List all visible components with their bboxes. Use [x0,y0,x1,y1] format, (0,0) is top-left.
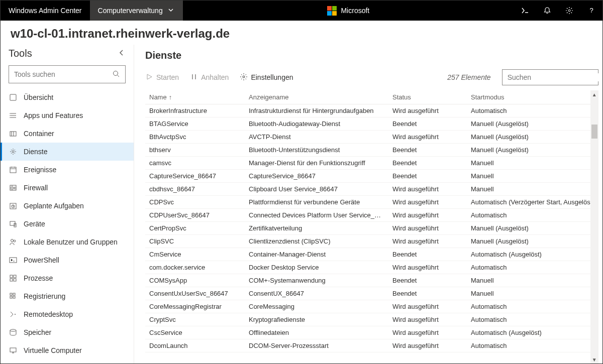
svg-rect-21 [14,279,16,281]
context-dropdown[interactable]: Computerverwaltung [90,1,183,21]
sidebar-item-storage[interactable]: Speicher [1,323,134,341]
table-row[interactable]: CDPSvcPlattformdienst für verbundene Ger… [145,196,598,209]
table-row[interactable]: bthservBluetooth-UnterstützungsdienstBee… [145,144,598,157]
sidebar-item-services[interactable]: Dienste [1,143,134,161]
help-icon[interactable]: ? [580,1,602,21]
scroll-down-icon[interactable]: ▼ [590,355,598,363]
sidebar-item-events[interactable]: Ereignisse [1,161,134,179]
svg-rect-23 [13,293,15,295]
cell-mode: Automatisch [467,211,598,219]
sidebar-item-label: Apps und Features [24,111,83,119]
sidebar-item-vms[interactable]: Virtuelle Computer [1,341,134,359]
pause-button[interactable]: Anhalten [190,73,229,82]
cell-display: Clientlizenzdienst (ClipSVC) [245,237,388,245]
cell-display: CaptureService_86647 [245,172,388,180]
sidebar-item-label: Remotedesktop [24,310,73,318]
table-row[interactable]: CDPUserSvc_86647Connected Devices Platfo… [145,209,598,222]
table-row[interactable]: ConsentUxUserSvc_86647ConsentUX_86647Bee… [145,287,598,300]
cell-status: Wird ausgeführt [388,224,467,232]
terminal-icon[interactable] [514,1,536,21]
sidebar-item-firewall[interactable]: Firewall [1,179,134,197]
table-row[interactable]: BrokerInfrastructureInfrastrukturdienst … [145,104,598,117]
notifications-icon[interactable] [536,1,558,21]
sidebar-item-label: Container [24,130,54,138]
powershell-icon [9,256,18,265]
sidebar-item-users[interactable]: Lokale Benutzer und Gruppen [1,233,134,251]
sidebar-item-tasks[interactable]: Geplante Aufgaben [1,197,134,215]
cell-display: COM+-Systemanwendung [245,277,388,284]
col-mode[interactable]: Startmodus [467,93,598,101]
cell-name: CDPUserSvc_86647 [145,211,245,219]
cell-display: Plattformdienst für verbundene Geräte [245,198,388,206]
cell-display: Connected Devices Platform User Service_… [245,211,388,219]
brand-text: Microsoft [341,7,369,15]
table-row[interactable]: COMSysAppCOM+-SystemanwendungBeendetManu… [145,274,598,287]
scroll-up-icon[interactable]: ▲ [590,90,598,98]
processes-icon [9,274,18,283]
table-row[interactable]: CertPropSvcZertifikatverteilungWird ausg… [145,222,598,235]
cell-mode: Manuell (Ausgelöst) [467,146,598,154]
table-row[interactable]: com.docker.serviceDocker Desktop Service… [145,261,598,274]
table-row[interactable]: BTAGServiceBluetooth-Audiogateway-Dienst… [145,117,598,131]
cell-mode: Manuell [467,277,598,284]
sidebar-item-overview[interactable]: Übersicht [1,88,134,106]
sidebar-item-apps[interactable]: Apps und Features [1,106,134,125]
cell-status: Beendet [388,120,467,128]
start-button[interactable]: Starten [145,73,179,82]
col-display[interactable]: Anzeigename [245,93,388,101]
cell-name: bthserv [145,146,245,154]
table-row[interactable]: CaptureService_86647CaptureService_86647… [145,170,598,183]
collapse-icon[interactable] [118,49,126,58]
svg-point-15 [11,239,14,242]
cell-mode: Manuell (Ausgelöst) [467,224,598,232]
table-row[interactable]: cbdhsvc_86647Clipboard User Service_8664… [145,183,598,196]
sidebar-item-registry[interactable]: Registrierung [1,287,134,305]
cell-mode: Manuell [467,172,598,180]
sidebar-item-switches[interactable]: Virtuelle Switches [1,359,134,363]
cell-name: CaptureService_86647 [145,172,245,180]
sidebar-item-remote[interactable]: Remotedesktop [1,305,134,323]
table-row[interactable]: BthAvctpSvcAVCTP-DienstWird ausgeführtMa… [145,131,598,144]
scroll-thumb[interactable] [591,125,597,139]
cell-mode: Manuell [467,185,598,193]
cell-display: Manager-Dienst für den Funktionszugriff [245,159,388,167]
sidebar-item-devices[interactable]: Geräte [1,215,134,233]
cell-display: ConsentUX_86647 [245,290,388,297]
sidebar-item-label: Registrierung [24,292,65,300]
svg-rect-18 [10,275,13,278]
tools-search-input[interactable] [9,70,107,78]
svg-point-0 [568,10,570,12]
svg-point-2 [114,71,118,75]
microsoft-logo: Microsoft [319,6,377,16]
table-row[interactable]: camsvcManager-Dienst für den Funktionszu… [145,157,598,170]
cell-mode: Manuell (Ausgelöst) [467,120,598,128]
tools-search[interactable] [9,65,126,83]
cell-mode: Manuell [467,290,598,297]
col-name[interactable]: Name ↑ [145,93,245,101]
vertical-scrollbar[interactable]: ▲ ▼ [590,90,598,363]
cell-display: DCOM-Server-Prozessstart [245,342,388,349]
gear-icon [240,73,248,82]
table-row[interactable]: ClipSVCClientlizenzdienst (ClipSVC)Wird … [145,235,598,248]
content-search-input[interactable] [502,73,600,81]
cell-name: camsvc [145,159,245,167]
sidebar-item-powershell[interactable]: PowerShell [1,251,134,269]
table-row[interactable]: DcomLaunchDCOM-Server-ProzessstartWird a… [145,339,598,352]
svg-rect-24 [10,296,12,298]
table-row[interactable]: CryptSvcKryptografiediensteWird ausgefüh… [145,313,598,326]
sidebar-item-label: Virtuelle Computer [24,346,82,354]
table-row[interactable]: CmServiceContainer-Manager-DienstBeendet… [145,248,598,261]
sidebar-item-processes[interactable]: Prozesse [1,269,134,287]
cell-status: Wird ausgeführt [388,107,467,114]
tasks-icon [9,201,18,210]
col-status[interactable]: Status [388,93,467,101]
table-row[interactable]: CscServiceOfflinedateienWird ausgeführtA… [145,326,598,339]
settings-button[interactable]: Einstellungen [240,73,293,82]
content-search[interactable] [502,69,598,85]
cell-status: Beendet [388,146,467,154]
events-icon [9,165,18,174]
settings-icon[interactable] [558,1,580,21]
table-row[interactable]: CoreMessagingRegistrarCoreMessagingWird … [145,300,598,313]
svg-rect-20 [10,279,13,281]
sidebar-item-container[interactable]: Container [1,125,134,143]
